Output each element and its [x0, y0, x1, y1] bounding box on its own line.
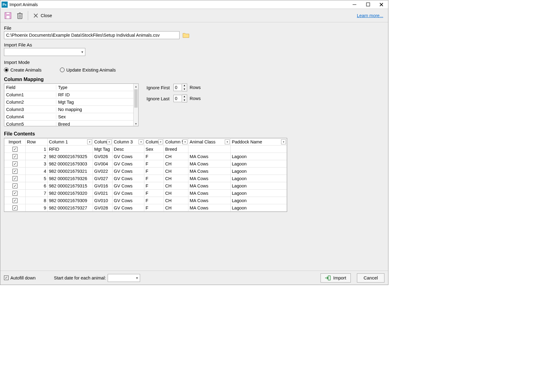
check-icon: ✓: [13, 198, 17, 203]
chevron-down-icon[interactable]: ▾: [139, 139, 143, 144]
chevron-down-icon[interactable]: ▾: [107, 139, 112, 144]
import-check-cell[interactable]: ✓: [4, 190, 26, 197]
import-check-cell[interactable]: ✓: [4, 160, 26, 167]
mapping-row[interactable]: Column5Breed: [4, 120, 133, 126]
cell-paddock: [231, 146, 287, 153]
mapping-table[interactable]: Field Type Column1RF IDColumn2Mgt TagCol…: [4, 83, 139, 126]
cell-column4: F: [144, 190, 164, 197]
chevron-down-icon[interactable]: ▾: [225, 139, 230, 144]
import-check-cell[interactable]: ✓: [4, 182, 26, 189]
header-column1[interactable]: Column 1▾: [48, 138, 93, 145]
row-number: 9: [26, 204, 48, 211]
cancel-button[interactable]: Cancel: [357, 273, 384, 283]
save-button[interactable]: [2, 10, 14, 21]
header-column2[interactable]: Column▾: [93, 138, 113, 145]
import-check-cell[interactable]: ✓: [4, 153, 26, 160]
table-row[interactable]: ✓4982 000021679321GV022GV CowsFCHMA Cows…: [4, 168, 287, 175]
cell-animal-class: MA Cows: [188, 182, 231, 189]
cell-column1: 982 000021679315: [48, 182, 93, 189]
header-animal-class[interactable]: Animal Class▾: [188, 138, 231, 145]
check-icon: ✓: [13, 191, 17, 196]
row-number: 2: [26, 153, 48, 160]
check-icon: ✓: [13, 161, 17, 166]
mapping-type: RF ID: [56, 92, 133, 97]
mapping-type: Mgt Tag: [56, 100, 133, 105]
mapping-field: Column4: [4, 114, 56, 119]
cell-paddock: Lagoon: [231, 204, 287, 211]
update-animals-radio[interactable]: Update Existing Animals: [60, 67, 116, 72]
mapping-scrollbar[interactable]: ▴ ▾: [133, 84, 138, 126]
table-row[interactable]: ✓3982 000021679303GV004GV CowsFCHMA Cows…: [4, 160, 287, 168]
ignore-last-suffix: Rows: [190, 96, 201, 101]
header-paddock[interactable]: Paddock Name▾: [231, 138, 287, 145]
cell-column1: 982 000021679309: [48, 197, 93, 204]
radio-icon: [4, 68, 9, 72]
chevron-down-icon[interactable]: ▾: [281, 139, 286, 144]
maximize-button[interactable]: [361, 0, 375, 9]
ignore-last-down[interactable]: ▼: [182, 98, 187, 102]
import-check-cell[interactable]: ✓: [4, 204, 26, 211]
import-as-select[interactable]: ▾: [4, 48, 85, 56]
learn-more-link[interactable]: Learn more...: [357, 13, 383, 18]
cell-column5: CH: [164, 168, 188, 175]
table-row[interactable]: ✓8982 000021679309GV010GV CowsFCHMA Cows…: [4, 197, 287, 204]
table-row[interactable]: ✓1RFIDMgt TagDescSexBreed: [4, 146, 287, 153]
chevron-down-icon[interactable]: ▾: [183, 139, 187, 144]
table-row[interactable]: ✓5982 000021679326GV027GV CowsFCHMA Cows…: [4, 175, 287, 182]
header-column4[interactable]: Column▾: [144, 138, 164, 145]
cell-paddock: Lagoon: [231, 182, 287, 189]
ignore-first-input[interactable]: [173, 84, 182, 91]
table-row[interactable]: ✓6982 000021679315GV016GV CowsFCHMA Cows…: [4, 182, 287, 190]
table-row[interactable]: ✓7982 000021679320GV021GV CowsFCHMA Cows…: [4, 190, 287, 197]
browse-button[interactable]: [182, 32, 190, 39]
import-check-cell[interactable]: ✓: [4, 146, 26, 153]
mapping-row[interactable]: Column3No mapping: [4, 106, 133, 113]
close-window-button[interactable]: [375, 0, 388, 9]
header-row[interactable]: Row: [26, 138, 48, 145]
ignore-last-up[interactable]: ▲: [182, 95, 187, 98]
ignore-first-down[interactable]: ▼: [182, 87, 187, 91]
autofill-checkbox[interactable]: ✓ Autofill down: [4, 276, 35, 280]
table-row[interactable]: ✓2982 000021679325GV026GV CowsFCHMA Cows…: [4, 153, 287, 160]
close-button[interactable]: Close: [30, 10, 55, 21]
cell-column4: F: [144, 168, 164, 175]
cell-column3: GV Cows: [113, 168, 144, 175]
update-animals-label: Update Existing Animals: [66, 67, 116, 72]
mapping-row[interactable]: Column4Sex: [4, 113, 133, 120]
mapping-field: Column2: [4, 100, 56, 105]
chevron-down-icon: ▾: [136, 276, 138, 280]
chevron-down-icon[interactable]: ▾: [158, 139, 163, 144]
cell-column2: GV010: [93, 197, 113, 204]
import-icon: [325, 276, 331, 280]
create-animals-radio[interactable]: Create Animals: [4, 67, 42, 72]
cell-paddock: Lagoon: [231, 168, 287, 175]
ignore-last-input[interactable]: [173, 95, 182, 102]
cell-column3: Desc: [113, 146, 144, 153]
mapping-row[interactable]: Column2Mgt Tag: [4, 98, 133, 106]
header-column3[interactable]: Column 3▾: [113, 138, 144, 145]
ignore-first-up[interactable]: ▲: [182, 84, 187, 87]
import-check-cell[interactable]: ✓: [4, 197, 26, 204]
cell-column3: GV Cows: [113, 153, 144, 160]
app-icon: Px: [2, 2, 8, 8]
header-column5[interactable]: Column 5▾: [164, 138, 188, 145]
import-button[interactable]: Import: [321, 273, 351, 283]
file-input[interactable]: [4, 31, 180, 39]
start-date-select[interactable]: ▾: [108, 274, 140, 282]
table-row[interactable]: ✓9982 000021679327GV028GV CowsFCHMA Cows…: [4, 204, 287, 212]
titlebar: Px Import Animals: [0, 0, 388, 9]
scroll-thumb[interactable]: [134, 89, 138, 108]
toolbar-separator: [28, 11, 28, 20]
header-import[interactable]: Import: [4, 138, 26, 145]
chevron-down-icon[interactable]: ▾: [87, 139, 92, 144]
import-check-cell[interactable]: ✓: [4, 175, 26, 182]
cell-animal-class: MA Cows: [188, 168, 231, 175]
file-contents-grid[interactable]: Import Row Column 1▾ Column▾ Column 3▾ C…: [4, 138, 287, 212]
row-number: 7: [26, 190, 48, 197]
svg-rect-1: [366, 3, 370, 6]
grid-header-row: Import Row Column 1▾ Column▾ Column 3▾ C…: [4, 138, 287, 146]
delete-button[interactable]: [14, 10, 25, 21]
mapping-row[interactable]: Column1RF ID: [4, 91, 133, 98]
import-check-cell[interactable]: ✓: [4, 168, 26, 175]
minimize-button[interactable]: [348, 0, 361, 9]
